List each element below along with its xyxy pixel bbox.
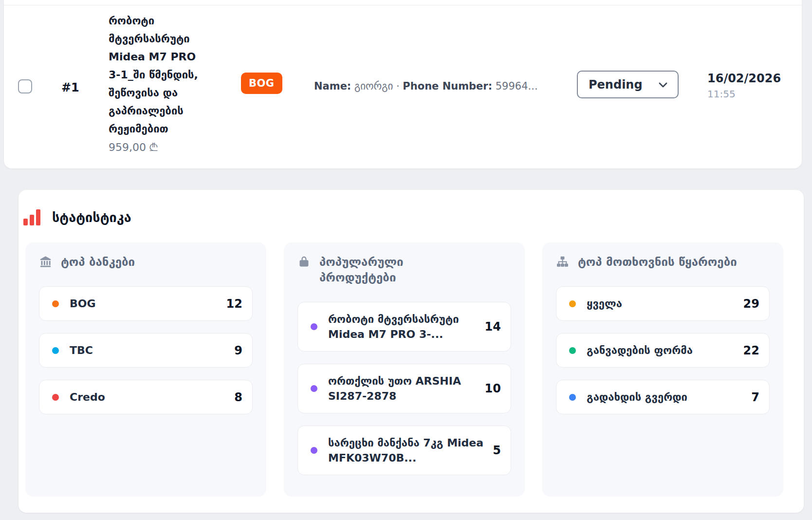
- stat-item: განვადების ფორმა 22: [556, 333, 770, 368]
- stat-item-value: 7: [751, 390, 759, 404]
- legend-dot: [569, 394, 576, 401]
- stat-card-sources-items: ყველა 29 განვადების ფორმა 22 გადახდის გვ…: [556, 286, 770, 414]
- product-title: რობოტი მტვერსასრუტი Midea M7 PRO 3-1_ში …: [109, 12, 209, 138]
- stat-item-value: 10: [485, 382, 501, 395]
- legend-dot: [52, 347, 59, 354]
- stat-item-label: სარეცხი მანქანა 7კგ Midea MFK03W70B...: [328, 435, 487, 465]
- row-divider: [4, 5, 802, 5]
- stat-card-products-title: პოპულარული პროდუქტები: [319, 254, 436, 285]
- separator: ·: [396, 80, 403, 92]
- statistics-card: სტატისტიკა ტოპ ბანკები BOG 12: [18, 190, 804, 513]
- stat-card-sources-head: ტოპ მოთხოვნის წყაროები: [556, 254, 770, 270]
- stat-item-label: გადახდის გვერდი: [587, 390, 745, 405]
- stat-item-label: BOG: [70, 296, 221, 311]
- legend-dot: [569, 347, 576, 354]
- stat-card-banks-head: ტოპ ბანკები: [39, 254, 253, 270]
- stat-item-label: განვადების ფორმა: [587, 343, 738, 358]
- stat-item: Credo 8: [39, 380, 253, 414]
- phone-label: Phone Number:: [403, 80, 492, 92]
- stat-item-value: 9: [234, 344, 242, 357]
- stat-item: TBC 9: [39, 333, 253, 368]
- stat-item-label: რობოტი მტვერსასრუტი Midea M7 PRO 3-...: [328, 312, 479, 342]
- product-column: რობოტი მტვერსასრუტი Midea M7 PRO 3-1_ში …: [109, 12, 209, 153]
- product-price: 959,00 ₾: [109, 141, 209, 153]
- stat-card-banks: ტოპ ბანკები BOG 12 TBC 9 Credo 8: [25, 242, 266, 497]
- stat-item: სარეცხი მანქანა 7კგ Midea MFK03W70B... 5: [297, 426, 511, 475]
- legend-dot: [569, 300, 576, 307]
- chevron-down-icon: [656, 78, 670, 92]
- stat-card-products-head: პოპულარული პროდუქტები: [297, 254, 511, 285]
- stat-item-value: 22: [743, 344, 759, 357]
- stat-item-value: 12: [226, 297, 242, 311]
- statistics-title: სტატისტიკა: [52, 210, 131, 225]
- stat-card-products: პოპულარული პროდუქტები რობოტი მტვერსასრუტ…: [284, 242, 525, 497]
- customer-info: Name: გიორგი · Phone Number: 59964...: [314, 80, 538, 92]
- order-time: 11:55: [707, 88, 781, 100]
- datetime-column: 16/02/2026 11:55: [707, 72, 781, 100]
- stat-item-label: Credo: [70, 390, 228, 405]
- orders-table-card: #1 რობოტი მტვერსასრუტი Midea M7 PRO 3-1_…: [4, 0, 802, 168]
- stat-item-value: 14: [485, 320, 501, 334]
- stat-card-banks-items: BOG 12 TBC 9 Credo 8: [39, 286, 253, 414]
- stat-card-sources-title: ტოპ მოთხოვნის წყაროები: [578, 254, 737, 270]
- legend-dot: [311, 323, 317, 330]
- status-selected-value: Pending: [589, 78, 643, 92]
- stat-item-label: ყველა: [587, 296, 738, 311]
- name-label: Name:: [314, 80, 351, 92]
- status-dropdown[interactable]: Pending: [577, 71, 679, 98]
- stat-card-products-items: რობოტი მტვერსასრუტი Midea M7 PRO 3-... 1…: [297, 302, 511, 475]
- stat-item: BOG 12: [39, 286, 253, 321]
- stat-item: ყველა 29: [556, 286, 770, 321]
- shopping-bag-icon: [297, 255, 311, 268]
- stat-card-sources: ტოპ მოთხოვნის წყაროები ყველა 29 განვადებ…: [542, 242, 783, 497]
- stat-item-value: 29: [743, 297, 759, 311]
- bank-badge: BOG: [241, 73, 282, 94]
- legend-dot: [52, 300, 59, 307]
- legend-dot: [311, 385, 317, 392]
- stat-item-label: ორთქლის უთო ARSHIA SI287-2878: [328, 373, 479, 404]
- stat-item: რობოტი მტვერსასრუტი Midea M7 PRO 3-... 1…: [297, 302, 511, 352]
- phone-value: 59964...: [492, 80, 538, 92]
- stat-cards-row: ტოპ ბანკები BOG 12 TBC 9 Credo 8: [25, 242, 783, 497]
- stat-item-value: 5: [493, 444, 501, 457]
- legend-dot: [52, 394, 59, 401]
- row-number: #1: [61, 81, 79, 94]
- bar-chart-icon: [23, 209, 40, 225]
- stat-item-label: TBC: [70, 343, 228, 358]
- sitemap-icon: [556, 255, 569, 268]
- stat-item-value: 8: [234, 390, 242, 404]
- bank-icon: [39, 255, 52, 268]
- stat-card-banks-title: ტოპ ბანკები: [61, 254, 135, 270]
- row-checkbox[interactable]: [18, 79, 32, 93]
- name-value: გიორგი: [351, 80, 396, 92]
- order-date: 16/02/2026: [707, 72, 781, 85]
- stat-item: ორთქლის უთო ARSHIA SI287-2878 10: [297, 364, 511, 413]
- statistics-header: სტატისტიკა: [23, 209, 131, 225]
- legend-dot: [311, 447, 317, 454]
- stat-item: გადახდის გვერდი 7: [556, 380, 770, 414]
